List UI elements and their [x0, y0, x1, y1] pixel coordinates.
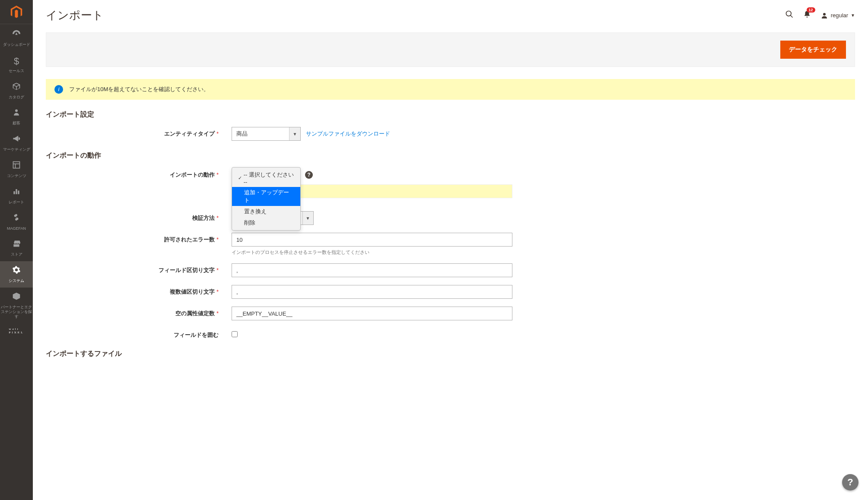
partner-box-icon — [12, 292, 21, 303]
sidebar-item-dashboard[interactable]: ダッシュボード — [0, 24, 33, 51]
enclose-label: フィールドを囲む — [46, 328, 232, 339]
behavior-dropdown: ✓-- 選択してください -- 追加・アップデート 置き換え 削除 — [232, 167, 301, 231]
svg-point-7 — [786, 11, 791, 16]
behavior-option-placeholder[interactable]: ✓-- 選択してください -- — [232, 169, 300, 187]
sidebar-item-sales[interactable]: $ セールス — [0, 51, 33, 78]
check-data-button[interactable]: データをチェック — [780, 41, 846, 59]
sidebar-item-catalog[interactable]: カタログ — [0, 78, 33, 104]
empty-const-input[interactable] — [232, 307, 512, 320]
field-separator-label: フィールド区切り文字* — [46, 263, 232, 274]
sidebar-item-stores[interactable]: ストア — [0, 235, 33, 261]
svg-rect-6 — [18, 190, 19, 194]
sidebar-welt-logo[interactable]: welt PIXEL — [9, 327, 24, 334]
layout-icon — [12, 161, 21, 172]
import-behavior-label: インポートの動作* — [46, 168, 232, 179]
sidebar-item-customers[interactable]: 顧客 — [0, 104, 33, 130]
notif-badge: 12 — [807, 7, 815, 13]
info-icon: i — [54, 85, 63, 94]
user-name: regular — [831, 12, 848, 19]
sidebar-label: セールス — [9, 69, 24, 73]
sidebar-label: マーケティング — [3, 147, 30, 152]
megaphone-icon — [12, 134, 21, 146]
download-sample-link[interactable]: サンプルファイルをダウンロード — [306, 130, 390, 138]
avatar-icon — [820, 12, 828, 19]
empty-const-label: 空の属性値定数* — [46, 307, 232, 317]
sidebar-label: 顧客 — [13, 121, 20, 126]
person-icon — [13, 108, 20, 119]
sidebar-label: MAGEFAN — [7, 226, 26, 231]
section-title-file: インポートするファイル — [46, 349, 855, 358]
sidebar-label: ストア — [11, 252, 22, 257]
store-icon — [12, 239, 21, 250]
sidebar: ダッシュボード $ セールス カタログ 顧客 マーケティング — [0, 0, 33, 500]
notifications-icon[interactable]: 12 — [803, 10, 811, 21]
sidebar-item-reports[interactable]: レポート — [0, 183, 33, 209]
field-separator-input[interactable] — [232, 263, 512, 277]
gear-icon — [12, 266, 21, 277]
page-title: インポート — [46, 8, 104, 23]
multi-separator-label: 複数値区切り文字* — [46, 285, 232, 296]
sidebar-item-marketing[interactable]: マーケティング — [0, 130, 33, 156]
action-bar: データをチェック — [46, 32, 855, 67]
user-menu[interactable]: regular ▼ — [820, 12, 855, 19]
svg-rect-4 — [13, 191, 15, 194]
help-icon[interactable]: ? — [305, 171, 313, 179]
sidebar-label: システム — [9, 278, 24, 283]
search-icon[interactable] — [785, 10, 794, 21]
chevron-down-icon: ▼ — [289, 127, 300, 140]
sidebar-label: コンテンツ — [7, 174, 26, 178]
svg-rect-1 — [13, 161, 20, 168]
behavior-option-replace[interactable]: 置き換え — [232, 206, 300, 217]
behavior-option-delete[interactable]: 削除 — [232, 217, 300, 228]
svg-point-9 — [823, 13, 826, 16]
svg-line-8 — [790, 16, 792, 18]
sidebar-label: パートナーとエクステンションを探す — [1, 305, 32, 319]
svg-rect-5 — [16, 189, 17, 194]
sidebar-label: レポート — [9, 200, 24, 205]
sidebar-item-magefan[interactable]: MAGEFAN — [0, 209, 33, 235]
dollar-icon: $ — [14, 56, 19, 67]
gauge-icon — [12, 28, 21, 41]
sidebar-label: ダッシュボード — [3, 42, 30, 47]
fan-icon — [12, 213, 21, 225]
sidebar-label: カタログ — [9, 95, 24, 100]
sidebar-item-partners[interactable]: パートナーとエクステンションを探す — [0, 288, 33, 323]
section-title-import-behavior: インポートの動作 — [46, 151, 855, 160]
barchart-icon — [12, 187, 21, 198]
help-fab-button[interactable]: ? — [842, 474, 858, 491]
info-message: i ファイルが10Mを超えてないことを確認してください。 — [46, 79, 855, 100]
box-icon — [12, 82, 21, 93]
chevron-down-icon: ▼ — [302, 212, 313, 225]
entity-type-select[interactable]: 商品 ▼ — [232, 127, 301, 141]
sidebar-item-system[interactable]: システム — [0, 261, 33, 288]
section-title-import-settings: インポート設定 — [46, 110, 855, 119]
entity-type-label: エンティティタイプ* — [46, 127, 232, 138]
sidebar-item-content[interactable]: コンテンツ — [0, 156, 33, 183]
chevron-down-icon: ▼ — [851, 13, 855, 18]
enclose-checkbox[interactable] — [232, 331, 238, 337]
magento-icon — [10, 6, 23, 19]
behavior-option-add-update[interactable]: 追加・アップデート — [232, 187, 300, 206]
validation-label: 検証方法* — [46, 211, 232, 222]
magento-logo[interactable] — [0, 0, 33, 24]
allowed-errors-input[interactable] — [232, 233, 512, 247]
allowed-errors-label: 許可されたエラー数* — [46, 233, 232, 244]
info-text: ファイルが10Mを超えてないことを確認してください。 — [69, 85, 209, 93]
allowed-errors-hint: インポートのプロセスを停止させるエラー数を指定してください — [232, 249, 517, 256]
main-content: インポート 12 regular ▼ データをチェック i — [33, 0, 868, 500]
svg-point-0 — [15, 110, 18, 112]
multi-separator-input[interactable] — [232, 285, 512, 299]
